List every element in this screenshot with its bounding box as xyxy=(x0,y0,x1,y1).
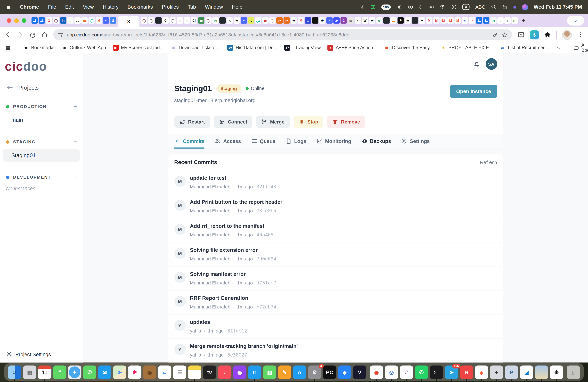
gmail-tab-icon[interactable]: M xyxy=(426,17,432,24)
all-bookmarks-button[interactable]: All Bookmarks xyxy=(570,41,588,54)
google-calendar-tab-icon[interactable]: 11 xyxy=(476,17,482,24)
menu-item-file[interactable]: File xyxy=(48,4,56,10)
odoo-tab-icon[interactable]: ◯ xyxy=(53,17,59,24)
apple-tv-dock-icon[interactable]: tv xyxy=(203,365,216,379)
bookmarks-overflow-chevron[interactable]: » xyxy=(554,45,563,51)
github-tab-icon[interactable] xyxy=(412,17,418,24)
lightning-tab-icon[interactable]: ϟ xyxy=(398,17,404,24)
commit-row[interactable]: YMerge remote-tracking branch 'origin/ma… xyxy=(168,338,503,362)
deepseek-tab-icon[interactable]: ~ xyxy=(326,17,333,24)
app-store-dock-icon[interactable]: A xyxy=(293,365,306,379)
indesign-tab-icon[interactable]: id xyxy=(248,17,254,24)
commit-row[interactable]: MAdd Print button to the report headerMa… xyxy=(168,194,503,218)
bookmark-item[interactable]: ▦Discover the Easy... xyxy=(381,43,436,52)
facetime-dock-icon[interactable]: ✆ xyxy=(83,365,96,379)
odoo-tab-icon[interactable]: ◯ xyxy=(169,17,176,24)
remove-button[interactable]: Remove xyxy=(327,116,365,128)
jira-dock-icon[interactable]: ◆ xyxy=(338,365,352,379)
commit-row[interactable]: Yupdatesyahia·1m ago31fde12 xyxy=(168,314,503,338)
address-bar[interactable]: app.cicdoo.com/smartware/projects/1da628… xyxy=(53,29,512,40)
sidebar-item-staging01[interactable]: Staging01 xyxy=(3,149,80,162)
do-not-disturb-moon-icon[interactable]: ☾ xyxy=(419,4,423,10)
chrome-dock-icon[interactable]: ◉ xyxy=(370,365,383,379)
google-meet-tab-icon[interactable]: ◳ xyxy=(490,17,497,24)
postgres-dock-icon[interactable]: P xyxy=(505,365,518,379)
stop-button[interactable]: Stop xyxy=(294,116,323,128)
back-to-projects[interactable]: Projects xyxy=(0,84,83,91)
odoo-pink-tab-icon[interactable]: ◯ xyxy=(269,17,275,24)
terminal-dock-icon[interactable]: >_ xyxy=(430,365,443,379)
keyboard-input-icon[interactable]: A xyxy=(462,4,470,10)
vscode-dock-icon[interactable]: ◢ xyxy=(520,365,533,379)
odoo-tab-icon[interactable]: ◯ xyxy=(141,17,147,24)
bookmark-item[interactable]: +A+++ Price Action... xyxy=(325,43,380,52)
odoo-tab-icon[interactable]: ◯ xyxy=(205,17,211,24)
pages-dock-icon[interactable]: ✎ xyxy=(278,365,291,379)
add-instance-button[interactable]: + xyxy=(73,174,77,180)
v-app-dock-icon[interactable]: V xyxy=(353,365,366,379)
bookmark-item[interactable]: ★Bookmarks xyxy=(20,43,58,52)
close-window-button[interactable] xyxy=(7,18,11,23)
finder-dock-icon[interactable]: ☺ xyxy=(8,365,21,379)
commit-row[interactable]: MSolving file extension errorMahmoud Elk… xyxy=(168,242,503,266)
commit-row[interactable]: MAdd rrf_report to the manifestMahmoud E… xyxy=(168,218,503,242)
project-settings-button[interactable]: Project Settings xyxy=(6,351,51,357)
google-meet-tab-icon[interactable]: ◳ xyxy=(512,17,518,24)
tab-commits[interactable]: Commits xyxy=(174,134,204,149)
lens-app-dock-icon[interactable]: ◎ xyxy=(385,365,398,379)
map-pin-tab-icon[interactable]: ◍ xyxy=(262,17,269,24)
minimize-window-button[interactable] xyxy=(14,18,19,23)
google-calendar-tab-icon[interactable]: 11 xyxy=(39,17,45,24)
tab-logs[interactable]: Logs xyxy=(286,134,306,149)
tab-search-button[interactable]: v xyxy=(567,16,584,25)
calendar-dock-icon[interactable]: 11 xyxy=(38,365,51,379)
add-instance-button[interactable]: + xyxy=(73,138,77,145)
menu-item-edit[interactable]: Edit xyxy=(65,4,74,10)
desktop-preview-dock-icon[interactable] xyxy=(535,365,548,379)
merge-button[interactable]: Merge xyxy=(256,116,290,128)
c-ring-tab-icon[interactable]: C xyxy=(340,17,347,24)
browser-profile-avatar[interactable] xyxy=(562,30,572,40)
bookmark-item[interactable]: ≋List of Recruitmen... xyxy=(497,43,552,52)
teal-ring-tab-icon[interactable]: ◯ xyxy=(88,17,95,24)
battery-icon[interactable] xyxy=(429,4,434,10)
contacts-dock-icon[interactable]: ◉ xyxy=(143,365,156,379)
github-tab-icon[interactable] xyxy=(155,17,162,24)
control-center-icon[interactable] xyxy=(502,4,508,10)
slack-dock-icon[interactable]: # xyxy=(400,365,413,379)
google-meet-tab-icon[interactable]: ◳ xyxy=(212,17,219,24)
whatsapp-dock-icon[interactable]: ✆ xyxy=(415,365,428,379)
restart-button[interactable]: Restart xyxy=(174,116,210,128)
gmail-tab-icon[interactable]: M xyxy=(298,17,304,24)
claude-tab-icon[interactable]: C xyxy=(162,17,169,24)
email-extension-icon[interactable] xyxy=(517,31,525,38)
siri-icon[interactable] xyxy=(522,4,528,10)
refresh-button[interactable]: Refresh xyxy=(480,159,497,165)
tab-access[interactable]: Access xyxy=(215,134,241,149)
active-tab[interactable]: X xyxy=(118,16,140,27)
cloudflare-tab-icon[interactable]: ☁ xyxy=(390,17,397,24)
spreadsheet-tab-icon[interactable]: ▦ xyxy=(198,17,204,24)
gmail-tab-icon[interactable]: M xyxy=(433,17,440,24)
abc-input-label[interactable]: ABC xyxy=(475,4,485,10)
deepseek-tab-icon[interactable]: ~ xyxy=(241,17,247,24)
oracle-tab-icon[interactable]: O xyxy=(46,17,52,24)
globe-tab-icon[interactable]: ◐ xyxy=(67,17,74,24)
battery-percent-badge[interactable]: 106 xyxy=(381,4,391,9)
authy-dock-icon[interactable]: N xyxy=(460,365,473,379)
menu-item-help[interactable]: Help xyxy=(232,4,242,10)
claude-tab-icon[interactable]: Cl xyxy=(191,17,197,24)
notes-dock-icon[interactable] xyxy=(188,365,201,379)
commit-row[interactable]: MSolving manifest errorMahmoud Elkhateb·… xyxy=(168,266,503,290)
globe-green-tab-icon[interactable]: ⊕ xyxy=(376,17,382,24)
sitemap-tab-icon[interactable]: ⌥ xyxy=(227,17,233,24)
trash-dock-icon[interactable]: ▯ xyxy=(567,365,580,379)
deepseek-tab-icon[interactable]: ~ xyxy=(103,17,109,24)
chatgpt-tab-icon[interactable]: ✳ xyxy=(405,17,411,24)
chatgpt-status-icon[interactable]: ✳ xyxy=(360,4,364,10)
telegram-dock-icon[interactable]: ➤106 xyxy=(445,365,458,379)
bookmark-item[interactable]: WHistData.com | Do... xyxy=(224,43,280,52)
chatgpt-tab-icon[interactable]: ✳ xyxy=(319,17,326,24)
screen-mirroring-icon[interactable] xyxy=(451,4,457,10)
mail-dock-icon[interactable]: ✉ xyxy=(98,365,111,379)
